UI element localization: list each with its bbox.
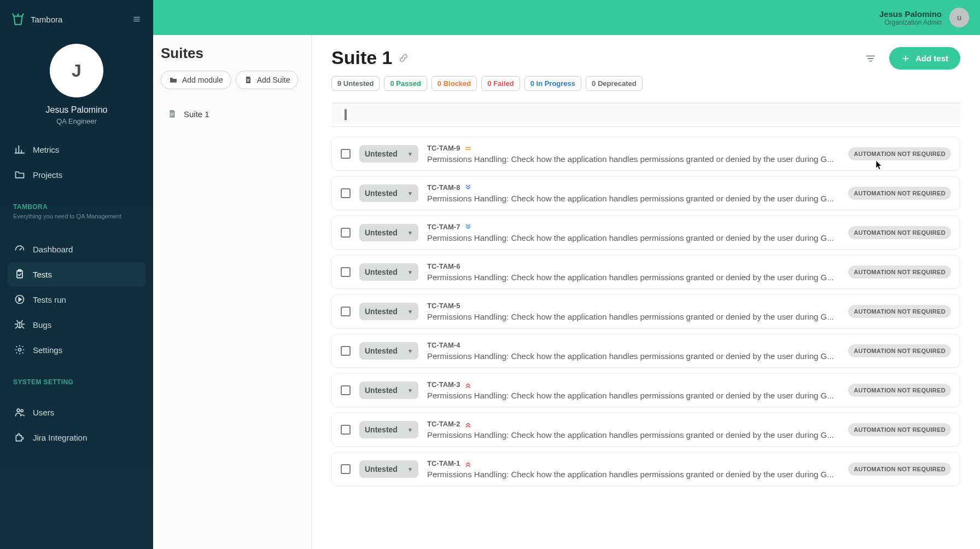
header-user-role: Organization Admin [879, 19, 942, 26]
suites-panel: Suites Add module Add Suite Suite 1 [153, 35, 312, 549]
chip-blocked[interactable]: 0 Blocked [431, 76, 477, 91]
test-row[interactable]: Untested▼TC-TAM-6Permissions Handling: C… [331, 255, 960, 289]
test-row[interactable]: Untested▼TC-TAM-3Permissions Handling: C… [331, 373, 960, 407]
status-dropdown[interactable]: Untested▼ [359, 342, 418, 360]
automation-badge: AUTOMATION NOT REQUIRED [848, 147, 951, 160]
folder-icon [14, 169, 25, 180]
section-desc-tambora: Everything you need to QA Management [8, 213, 145, 225]
sidebar-item-tests[interactable]: Tests [8, 262, 145, 286]
row-checkbox[interactable] [341, 307, 351, 316]
test-row[interactable]: Untested▼TC-TAM-2Permissions Handling: C… [331, 413, 960, 447]
chevron-down-icon: ▼ [407, 388, 413, 394]
add-test-button[interactable]: Add test [889, 47, 960, 70]
sidebar-item-label: Tests run [33, 295, 66, 304]
brand[interactable]: Tambora [11, 12, 62, 26]
copy-link-icon[interactable] [399, 53, 409, 63]
profile-block: J Jesus Palomino QA Engineer [8, 44, 145, 125]
sidebar-item-bugs[interactable]: Bugs [8, 313, 145, 337]
automation-badge: AUTOMATION NOT REQUIRED [848, 384, 951, 397]
automation-badge: AUTOMATION NOT REQUIRED [848, 187, 951, 200]
header-avatar[interactable]: u [949, 8, 969, 27]
row-checkbox[interactable] [341, 385, 351, 395]
status-label: Untested [365, 149, 398, 158]
status-dropdown[interactable]: Untested▼ [359, 421, 418, 438]
row-checkbox[interactable] [341, 464, 351, 474]
speedometer-icon [14, 244, 25, 255]
status-label: Untested [365, 268, 398, 276]
sidebar-item-label: Bugs [33, 320, 51, 330]
app-header: Jesus Palomino Organization Admin u [153, 0, 980, 35]
row-checkbox[interactable] [341, 188, 351, 198]
chip-passed[interactable]: 0 Passed [384, 76, 427, 91]
automation-badge: AUTOMATION NOT REQUIRED [848, 423, 951, 436]
status-dropdown[interactable]: Untested▼ [359, 460, 418, 478]
add-module-button[interactable]: Add module [161, 71, 231, 89]
priority-medium-icon [464, 145, 472, 152]
status-label: Untested [365, 307, 398, 316]
test-description: Permissions Handling: Check how the appl… [427, 351, 839, 361]
folder-icon [169, 76, 178, 84]
status-dropdown[interactable]: Untested▼ [359, 263, 418, 281]
status-dropdown[interactable]: Untested▼ [359, 303, 418, 320]
sidebar-item-users[interactable]: Users [8, 400, 145, 424]
test-id: TC-TAM-1 [427, 459, 460, 467]
chart-icon [14, 144, 25, 155]
test-row[interactable]: Untested▼TC-TAM-4Permissions Handling: C… [331, 334, 960, 368]
header-avatar-initial: u [957, 13, 962, 22]
status-dropdown[interactable]: Untested▼ [359, 224, 418, 241]
sidebar-item-jira[interactable]: Jira Integration [8, 425, 145, 449]
document-icon [244, 76, 253, 84]
chip-failed[interactable]: 0 Failed [481, 76, 520, 91]
test-row[interactable]: Untested▼TC-TAM-7Permissions Handling: C… [331, 216, 960, 250]
chevron-down-icon: ▼ [407, 309, 413, 315]
row-checkbox[interactable] [341, 346, 351, 356]
sidebar-item-settings[interactable]: Settings [8, 338, 145, 362]
logo-icon [11, 12, 25, 26]
priority-high-icon [464, 381, 472, 389]
add-suite-button[interactable]: Add Suite [236, 71, 299, 89]
avatar-initial: J [72, 61, 81, 81]
status-label: Untested [365, 386, 398, 395]
filter-button[interactable] [860, 48, 882, 70]
sidebar-item-metrics[interactable]: Metrics [8, 137, 145, 161]
gear-icon [14, 344, 25, 355]
avatar[interactable]: J [50, 44, 103, 97]
section-label-system: SYSTEM SETTING [8, 374, 145, 388]
automation-badge: AUTOMATION NOT REQUIRED [848, 265, 951, 279]
test-description: Permissions Handling: Check how the appl… [427, 233, 839, 242]
test-row[interactable]: Untested▼TC-TAM-8Permissions Handling: C… [331, 176, 960, 210]
chip-inprogress[interactable]: 0 In Progress [524, 76, 581, 91]
sidebar-item-testsrun[interactable]: Tests run [8, 287, 145, 311]
test-row[interactable]: Untested▼TC-TAM-1Permissions Handling: C… [331, 452, 960, 486]
sidebar-item-label: Settings [33, 345, 62, 355]
automation-badge: AUTOMATION NOT REQUIRED [848, 463, 951, 476]
chip-deprecated[interactable]: 0 Deprecated [586, 76, 643, 91]
test-description: Permissions Handling: Check how the appl… [427, 430, 839, 440]
users-icon [14, 407, 25, 418]
automation-badge: AUTOMATION NOT REQUIRED [848, 305, 951, 318]
priority-high-icon [464, 420, 472, 428]
test-id: TC-TAM-7 [427, 223, 460, 231]
status-dropdown[interactable]: Untested▼ [359, 382, 418, 399]
suite-item[interactable]: Suite 1 [161, 103, 304, 124]
chevron-down-icon: ▼ [407, 190, 413, 197]
sidebar-item-label: Users [33, 408, 54, 417]
row-checkbox[interactable] [341, 267, 351, 277]
row-checkbox[interactable] [341, 149, 351, 159]
sidebar-item-dashboard[interactable]: Dashboard [8, 237, 145, 261]
select-all-checkbox[interactable] [345, 109, 347, 120]
profile-role: QA Engineer [56, 117, 97, 125]
test-row[interactable]: Untested▼TC-TAM-5Permissions Handling: C… [331, 294, 960, 328]
status-label: Untested [365, 189, 398, 198]
status-dropdown[interactable]: Untested▼ [359, 145, 418, 163]
sidebar-item-projects[interactable]: Projects [8, 163, 145, 187]
test-row[interactable]: Untested▼TC-TAM-9Permissions Handling: C… [331, 137, 960, 171]
row-checkbox[interactable] [341, 228, 351, 238]
chip-untested[interactable]: 9 Untested [331, 76, 380, 91]
menu-toggle-icon[interactable] [131, 15, 142, 23]
status-dropdown[interactable]: Untested▼ [359, 184, 418, 202]
sidebar-item-label: Dashboard [33, 245, 73, 254]
user-block[interactable]: Jesus Palomino Organization Admin [879, 9, 942, 26]
row-checkbox[interactable] [341, 425, 351, 435]
chevron-down-icon: ▼ [407, 151, 413, 157]
